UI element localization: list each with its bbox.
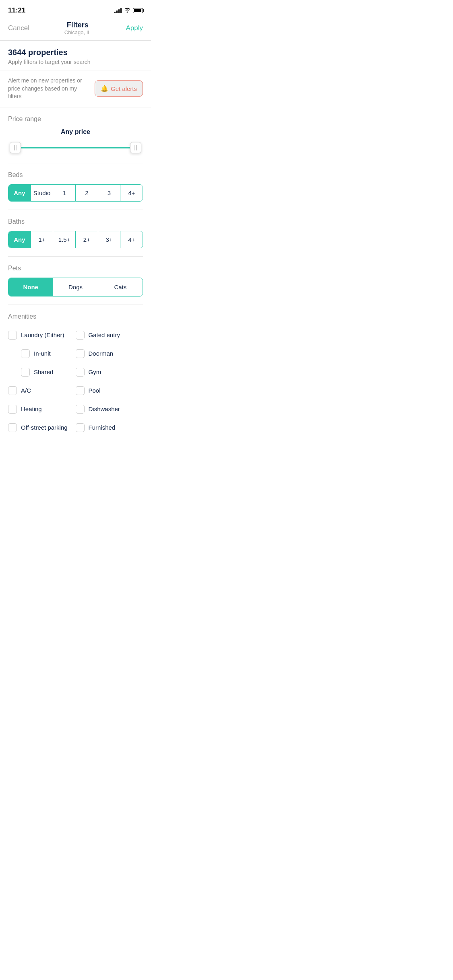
amenity-gated-entry: Gated entry [76, 326, 143, 344]
pets-selector: None Dogs Cats [8, 278, 143, 296]
slider-thumb-max[interactable] [130, 142, 141, 153]
amenity-laundry-label: Laundry (Either) [21, 331, 64, 338]
alert-text: Alert me on new properties or price chan… [8, 77, 95, 101]
amenity-gated-entry-label: Gated entry [89, 331, 120, 338]
beds-option-3[interactable]: 3 [98, 185, 121, 201]
alert-section: Alert me on new properties or price chan… [0, 70, 151, 107]
checkbox-in-unit[interactable] [21, 349, 30, 358]
amenity-shared-label: Shared [34, 369, 53, 375]
alert-button-label: Get alerts [111, 85, 137, 92]
checkbox-doorman[interactable] [76, 349, 85, 358]
pets-option-cats[interactable]: Cats [98, 278, 143, 296]
price-range-value: Any price [8, 128, 143, 136]
baths-section: Baths Any 1+ 1.5+ 2+ 3+ 4+ [0, 210, 151, 248]
checkbox-shared[interactable] [21, 368, 30, 377]
checkbox-offstreet-parking[interactable] [8, 423, 17, 432]
amenity-in-unit-label: In-unit [34, 350, 51, 357]
pets-option-none[interactable]: None [8, 278, 53, 296]
slider-track [10, 147, 141, 148]
amenity-offstreet-parking-label: Off-street parking [21, 424, 68, 431]
amenity-heating: Heating [8, 400, 76, 418]
amenity-pool-label: Pool [89, 387, 101, 394]
baths-option-any[interactable]: Any [8, 231, 31, 248]
amenity-in-unit: In-unit [8, 344, 76, 363]
status-icons [114, 7, 143, 14]
pets-option-dogs[interactable]: Dogs [53, 278, 98, 296]
amenity-shared: Shared [8, 363, 76, 381]
amenity-laundry: Laundry (Either) [8, 326, 76, 344]
battery-icon [133, 8, 143, 13]
checkbox-laundry[interactable] [8, 331, 17, 340]
beds-label: Beds [8, 171, 143, 179]
checkbox-gated-entry[interactable] [76, 331, 85, 340]
status-bar: 11:21 [0, 0, 151, 18]
amenities-grid: Laundry (Either) In-unit Shared A/C Heat… [8, 326, 143, 437]
beds-selector: Any Studio 1 2 3 4+ [8, 184, 143, 202]
beds-option-2[interactable]: 2 [76, 185, 98, 201]
amenity-gym: Gym [76, 363, 143, 381]
amenity-dishwasher: Dishwasher [76, 400, 143, 418]
nav-title-block: Filters Chicago, IL [64, 21, 91, 35]
properties-subtitle: Apply filters to target your search [8, 59, 143, 65]
amenity-doorman-label: Doorman [89, 350, 114, 357]
amenity-furnished-label: Furnished [89, 424, 116, 431]
amenity-doorman: Doorman [76, 344, 143, 363]
amenities-section: Amenities Laundry (Either) In-unit Share… [0, 305, 151, 437]
amenity-pool: Pool [76, 381, 143, 400]
signal-icon [114, 8, 122, 13]
price-slider[interactable] [10, 140, 141, 155]
properties-section: 3644 properties Apply filters to target … [0, 41, 151, 70]
amenity-ac-label: A/C [21, 387, 31, 394]
apply-button[interactable]: Apply [126, 24, 143, 32]
beds-section: Beds Any Studio 1 2 3 4+ [0, 163, 151, 202]
status-time: 11:21 [8, 6, 25, 14]
pets-label: Pets [8, 265, 143, 272]
pets-section: Pets None Dogs Cats [0, 257, 151, 296]
baths-option-4plus[interactable]: 4+ [120, 231, 143, 248]
beds-option-4plus[interactable]: 4+ [120, 185, 143, 201]
checkbox-heating[interactable] [8, 405, 17, 414]
baths-option-1-5plus[interactable]: 1.5+ [53, 231, 76, 248]
price-range-label: Price range [8, 115, 143, 123]
price-range-section: Price range Any price [0, 107, 151, 155]
baths-option-2plus[interactable]: 2+ [76, 231, 98, 248]
amenity-ac: A/C [8, 381, 76, 400]
checkbox-dishwasher[interactable] [76, 405, 85, 414]
page-title: Filters [64, 21, 91, 29]
nav-bar: Cancel Filters Chicago, IL Apply [0, 18, 151, 41]
baths-option-3plus[interactable]: 3+ [98, 231, 121, 248]
baths-selector: Any 1+ 1.5+ 2+ 3+ 4+ [8, 231, 143, 248]
beds-option-1[interactable]: 1 [53, 185, 76, 201]
get-alerts-button[interactable]: 🔔 Get alerts [95, 80, 143, 97]
nav-subtitle: Chicago, IL [64, 29, 91, 35]
beds-option-studio[interactable]: Studio [31, 185, 54, 201]
checkbox-furnished[interactable] [76, 423, 85, 432]
wifi-icon [124, 7, 130, 14]
amenity-heating-label: Heating [21, 406, 42, 412]
baths-label: Baths [8, 218, 143, 225]
checkbox-ac[interactable] [8, 386, 17, 395]
amenity-gym-label: Gym [89, 369, 101, 375]
cancel-button[interactable]: Cancel [8, 24, 29, 32]
beds-option-any[interactable]: Any [8, 185, 31, 201]
amenity-dishwasher-label: Dishwasher [89, 406, 120, 412]
checkbox-gym[interactable] [76, 368, 85, 377]
checkbox-pool[interactable] [76, 386, 85, 395]
amenities-left-col: Laundry (Either) In-unit Shared A/C Heat… [8, 326, 76, 437]
properties-count: 3644 properties [8, 48, 143, 57]
amenity-offstreet-parking: Off-street parking [8, 418, 76, 437]
slider-thumb-min[interactable] [10, 142, 21, 153]
amenity-furnished: Furnished [76, 418, 143, 437]
amenities-right-col: Gated entry Doorman Gym Pool Dishwasher … [76, 326, 143, 437]
baths-option-1plus[interactable]: 1+ [31, 231, 54, 248]
bell-icon: 🔔 [101, 85, 108, 92]
amenities-label: Amenities [8, 313, 143, 320]
